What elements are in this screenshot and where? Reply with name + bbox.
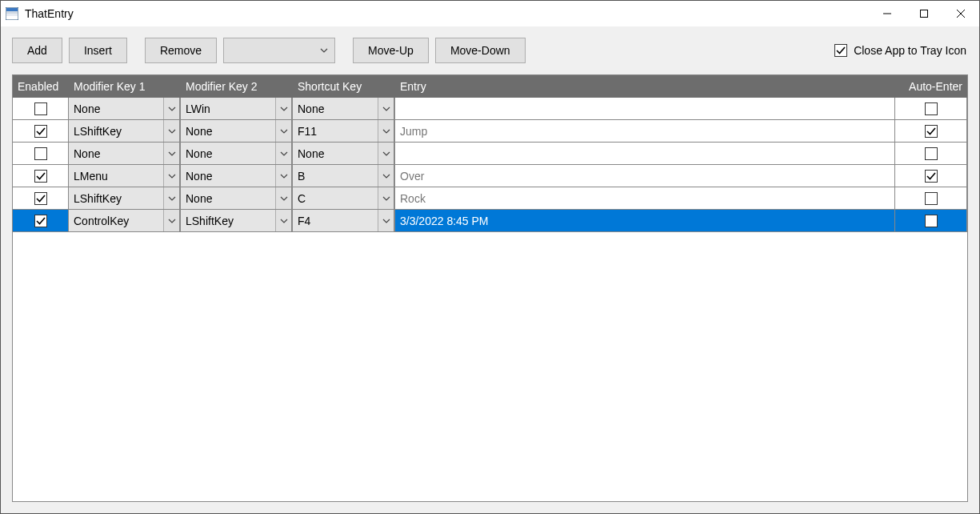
mod2-select-dropdown-button[interactable] (275, 165, 291, 187)
mod1-select-value: LShiftKey (74, 192, 163, 205)
shortcut-select-dropdown-button[interactable] (378, 120, 394, 142)
mod2-select-dropdown-button[interactable] (275, 98, 291, 119)
shortcut-select-dropdown-button[interactable] (378, 165, 394, 187)
shortcut-select-dropdown-button[interactable] (378, 143, 394, 164)
mod2-select-dropdown-button[interactable] (275, 120, 291, 142)
remove-button[interactable]: Remove (145, 38, 217, 63)
enabled-checkbox[interactable] (34, 125, 47, 138)
autoenter-checkbox[interactable] (925, 125, 938, 138)
mod2-select-dropdown-button[interactable] (275, 187, 291, 209)
chevron-down-icon (280, 127, 288, 135)
shortcut-select-value: B (298, 170, 378, 183)
mod1-select-dropdown-button[interactable] (163, 187, 179, 209)
mod2-select[interactable]: LShiftKey (181, 210, 292, 231)
mod1-select[interactable]: None (69, 143, 180, 164)
shortcut-select[interactable]: C (293, 187, 394, 209)
shortcut-select[interactable]: F4 (293, 210, 394, 231)
table-row[interactable]: LMenu None B Over (13, 165, 967, 187)
autoenter-checkbox[interactable] (925, 215, 938, 227)
mod2-select[interactable]: None (181, 120, 292, 142)
move-up-button[interactable]: Move-Up (353, 38, 429, 63)
mod2-select[interactable]: None (181, 165, 292, 187)
shortcut-select-dropdown-button[interactable] (378, 187, 394, 209)
enabled-checkbox[interactable] (34, 102, 47, 115)
entry-field[interactable] (395, 143, 895, 164)
enabled-checkbox[interactable] (34, 170, 47, 183)
check-icon (36, 194, 46, 203)
mod1-select[interactable]: ControlKey (69, 210, 180, 231)
mod1-select[interactable]: LShiftKey (69, 120, 180, 142)
cell-shortcut: None (293, 98, 395, 119)
shortcut-select[interactable]: None (293, 98, 394, 119)
mod2-select-value: None (186, 170, 275, 183)
header-shortcut[interactable]: Shortcut Key (293, 80, 395, 93)
cell-mod2: None (181, 143, 293, 164)
mod2-select[interactable]: LWin (181, 98, 292, 119)
mod1-select-value: None (74, 102, 163, 115)
autoenter-checkbox[interactable] (925, 102, 938, 115)
cell-shortcut: C (293, 187, 395, 209)
close-icon (957, 10, 965, 18)
cell-autoenter (895, 98, 967, 119)
cell-mod1: LMenu (69, 165, 181, 187)
mod1-select-dropdown-button[interactable] (163, 210, 179, 231)
entry-field[interactable]: Over (395, 165, 895, 187)
cell-autoenter (895, 187, 967, 209)
autoenter-checkbox[interactable] (925, 170, 938, 183)
mod1-select[interactable]: LMenu (69, 165, 180, 187)
header-autoenter[interactable]: Auto-Enter (895, 80, 967, 93)
grid-body: None LWin None LShiftKey None F11 Jump (13, 98, 967, 501)
shortcut-select[interactable]: None (293, 143, 394, 164)
mod2-select-value: None (186, 125, 275, 138)
header-enabled[interactable]: Enabled (13, 80, 69, 93)
check-icon (36, 216, 46, 226)
move-down-button[interactable]: Move-Down (435, 38, 526, 63)
header-mod2[interactable]: Modifier Key 2 (181, 80, 293, 93)
mod2-select-dropdown-button[interactable] (275, 143, 291, 164)
header-mod1[interactable]: Modifier Key 1 (69, 80, 181, 93)
table-row[interactable]: LShiftKey None C Rock (13, 187, 967, 210)
mod2-select-dropdown-button[interactable] (275, 210, 291, 231)
chevron-down-icon (382, 172, 390, 180)
minimize-button[interactable] (869, 1, 906, 26)
close-to-tray-option[interactable]: Close App to Tray Icon (834, 44, 966, 57)
shortcut-select[interactable]: F11 (293, 120, 394, 142)
entry-field[interactable]: Rock (395, 187, 895, 209)
add-button[interactable]: Add (12, 38, 62, 63)
mod1-select[interactable]: None (69, 98, 180, 119)
mod1-select-dropdown-button[interactable] (163, 165, 179, 187)
entry-field[interactable]: 3/3/2022 8:45 PM (395, 210, 895, 231)
table-row[interactable]: ControlKey LShiftKey F4 3/3/2022 8:45 PM (13, 210, 967, 232)
mod1-select-dropdown-button[interactable] (163, 120, 179, 142)
mod1-select-dropdown-button[interactable] (163, 98, 179, 119)
shortcut-select-dropdown-button[interactable] (378, 210, 394, 231)
header-entry[interactable]: Entry (395, 80, 895, 93)
mod2-select[interactable]: None (181, 187, 292, 209)
cell-enabled (13, 210, 69, 231)
cell-autoenter (895, 165, 967, 187)
cell-enabled (13, 120, 69, 142)
maximize-button[interactable] (906, 1, 942, 26)
shortcut-select-value: None (298, 147, 378, 160)
table-row[interactable]: LShiftKey None F11 Jump (13, 120, 967, 143)
autoenter-checkbox[interactable] (925, 147, 938, 160)
minimize-icon (883, 10, 891, 18)
enabled-checkbox[interactable] (34, 147, 47, 160)
close-button[interactable] (942, 1, 979, 26)
table-row[interactable]: None LWin None (13, 98, 967, 120)
filter-combo[interactable] (223, 38, 335, 63)
mod1-select-dropdown-button[interactable] (163, 143, 179, 164)
enabled-checkbox[interactable] (34, 192, 47, 205)
mod1-select[interactable]: LShiftKey (69, 187, 180, 209)
shortcut-select-dropdown-button[interactable] (378, 98, 394, 119)
table-row[interactable]: None None None (13, 143, 967, 165)
mod2-select[interactable]: None (181, 143, 292, 164)
shortcut-select-value: None (298, 102, 378, 115)
shortcut-select[interactable]: B (293, 165, 394, 187)
entry-field[interactable] (395, 98, 895, 119)
enabled-checkbox[interactable] (34, 215, 47, 227)
insert-button[interactable]: Insert (69, 38, 127, 63)
close-to-tray-checkbox[interactable] (834, 44, 847, 57)
entry-field[interactable]: Jump (395, 120, 895, 142)
autoenter-checkbox[interactable] (925, 192, 938, 205)
